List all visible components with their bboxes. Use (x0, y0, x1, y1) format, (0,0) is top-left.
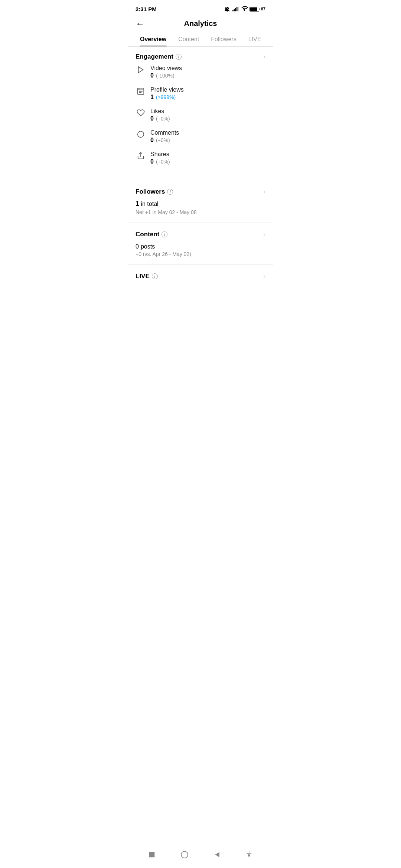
metric-row-profile-views: Profile views 1 (>999%) (136, 86, 265, 101)
tabs-bar: Overview Content Followers LIVE (128, 32, 273, 47)
signal-icon (232, 6, 239, 11)
content-info-icon[interactable]: i (162, 231, 167, 237)
followers-total: 1 in total (136, 200, 265, 208)
content-chevron-icon[interactable]: › (263, 230, 265, 238)
profile-views-value: 1 (150, 94, 154, 101)
shares-icon (136, 152, 146, 160)
video-views-label: Video views (150, 65, 182, 72)
tab-overview[interactable]: Overview (134, 32, 172, 46)
live-chevron-icon[interactable]: › (263, 272, 265, 280)
tab-followers[interactable]: Followers (205, 32, 242, 46)
status-time: 2:31 PM (136, 6, 157, 12)
video-views-icon (136, 66, 146, 74)
svg-rect-3 (237, 7, 238, 11)
wifi-icon (241, 6, 248, 11)
notification-muted-icon (224, 6, 231, 12)
svg-rect-4 (238, 7, 239, 11)
followers-section-title: Followers (136, 188, 165, 195)
content-change: +0 (vs. Apr 26 - May 02) (136, 251, 265, 257)
profile-views-label: Profile views (150, 86, 184, 93)
likes-label: Likes (150, 108, 170, 115)
header: ← Analytics (128, 16, 273, 32)
tab-content[interactable]: Content (172, 32, 205, 46)
followers-header: Followers i › (136, 188, 265, 195)
followers-chevron-icon[interactable]: › (263, 188, 265, 195)
svg-rect-2 (235, 8, 236, 11)
content-section-title: Content (136, 231, 159, 238)
metric-row-comments: Comments 0 (+0%) (136, 129, 265, 144)
page-title: Analytics (184, 19, 217, 28)
comments-change: (+0%) (156, 137, 170, 143)
divider-3 (128, 264, 273, 265)
battery-icon: 87 (250, 7, 265, 11)
svg-rect-0 (232, 10, 234, 11)
content-section: Content i › 0 posts +0 (vs. Apr 26 - May… (128, 224, 273, 263)
comments-label: Comments (150, 129, 179, 136)
back-button[interactable]: ← (134, 17, 146, 30)
tab-live[interactable]: LIVE (242, 32, 267, 46)
profile-views-icon (136, 87, 146, 95)
profile-views-change: (>999%) (156, 94, 176, 100)
divider-2 (128, 223, 273, 223)
shares-label: Shares (150, 151, 170, 158)
video-views-value: 0 (150, 72, 154, 79)
followers-section: Followers i › 1 in total Net +1 in May 0… (128, 182, 273, 221)
content-header: Content i › (136, 230, 265, 238)
metric-row-shares: Shares 0 (+0%) (136, 151, 265, 165)
live-section: LIVE i › (128, 266, 273, 290)
engagement-chevron-icon[interactable]: › (263, 53, 265, 60)
likes-change: (+0%) (156, 116, 170, 122)
engagement-info-icon[interactable]: i (176, 54, 182, 60)
followers-net: Net +1 in May 02 - May 08 (136, 209, 265, 215)
comments-icon (136, 130, 146, 138)
status-bar: 2:31 PM 87 (128, 0, 273, 16)
status-icons: 87 (224, 6, 265, 12)
followers-info-icon[interactable]: i (167, 189, 173, 195)
live-section-title: LIVE (136, 273, 150, 280)
svg-rect-1 (234, 9, 235, 11)
engagement-title: Engagement (136, 53, 173, 60)
likes-icon (136, 109, 146, 117)
divider-1 (128, 180, 273, 180)
shares-change: (+0%) (156, 159, 170, 165)
live-info-icon[interactable]: i (152, 273, 158, 279)
likes-value: 0 (150, 115, 154, 122)
engagement-header: Engagement i › (136, 53, 265, 60)
video-views-change: (-100%) (156, 73, 175, 79)
engagement-section: Engagement i › Video views 0 (-100%) (128, 47, 273, 178)
metric-row-likes: Likes 0 (+0%) (136, 108, 265, 122)
metric-row-video-views: Video views 0 (-100%) (136, 65, 265, 79)
comments-value: 0 (150, 137, 154, 144)
svg-marker-5 (138, 67, 143, 73)
content-posts-count: 0 posts (136, 243, 265, 250)
shares-value: 0 (150, 158, 154, 165)
live-header: LIVE i › (136, 272, 265, 280)
